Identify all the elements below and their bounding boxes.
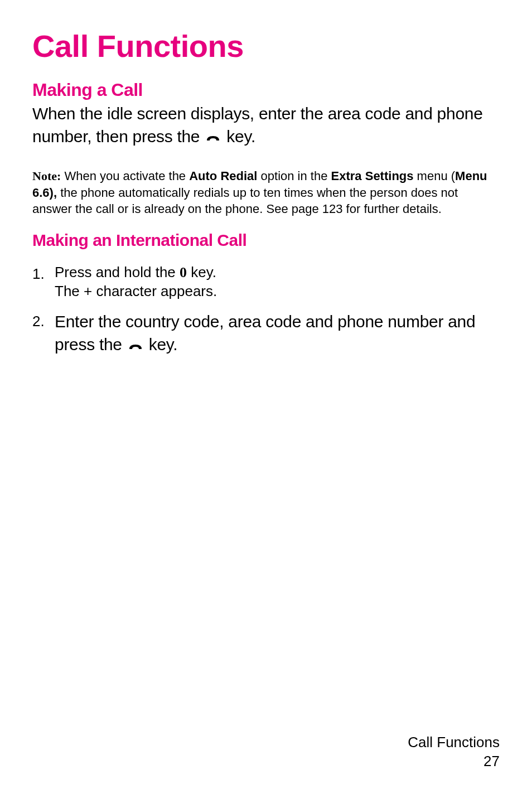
line1-before: Press and hold the [55,264,180,280]
making-call-body: When the idle screen displays, enter the… [32,103,500,149]
footer-label: Call Functions [408,733,500,752]
body-text-after: key. [222,127,255,146]
note-part4: the phone automatically redials up to te… [32,186,458,216]
section-heading-making-call: Making a Call [32,80,500,100]
body-text-before: When the idle screen displays, enter the… [32,104,483,146]
list-content: Enter the country code, area code and ph… [55,311,500,357]
list-body: Enter the country code, area code and ph… [55,311,500,357]
note-bold2: Extra Settings [331,169,414,183]
zero-key: 0 [180,264,187,280]
list-number: 2. [32,311,55,357]
subsection-heading-international: Making an International Call [32,231,500,250]
call-key-icon [128,335,143,357]
list-content: Press and hold the 0 key. The + characte… [55,263,500,301]
note-part2: option in the [257,169,331,183]
page-title: Call Functions [32,28,500,64]
list-line1: Press and hold the 0 key. [55,263,500,282]
call-key-icon [205,126,221,149]
list-item: 1. Press and hold the 0 key. The + chara… [32,263,500,301]
note-part1: When you activate the [61,169,189,183]
list-line2: The + character appears. [55,282,500,301]
note-bold1: Auto Redial [189,169,257,183]
line1-after: key. [187,264,216,280]
body-before: Enter the country code, area code and ph… [55,312,475,354]
ordered-list: 1. Press and hold the 0 key. The + chara… [32,263,500,357]
note-label: Note: [32,169,61,183]
page-footer: Call Functions 27 [408,733,500,771]
list-number: 1. [32,263,55,301]
footer-page-number: 27 [408,752,500,771]
note-paragraph: Note: When you activate the Auto Redial … [32,168,500,217]
note-part3: menu ( [414,169,456,183]
body-after: key. [144,335,178,354]
list-item: 2. Enter the country code, area code and… [32,311,500,357]
